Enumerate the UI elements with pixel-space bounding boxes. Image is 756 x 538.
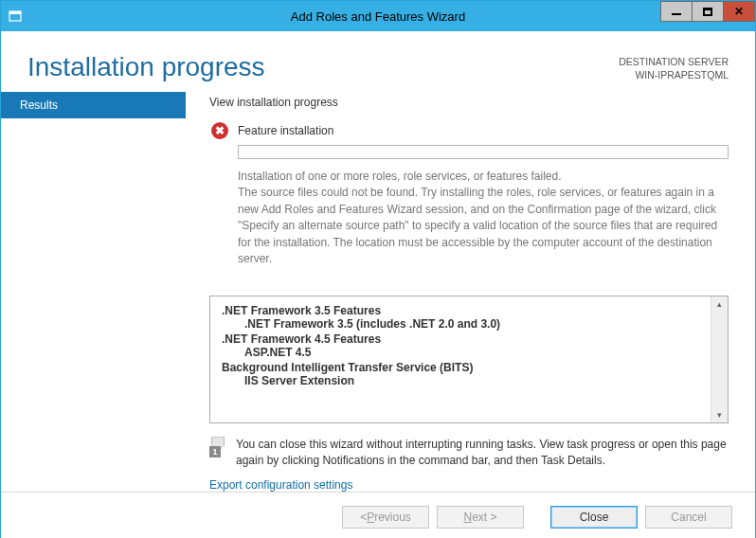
cancel-button: Cancel [645, 506, 732, 529]
scrollbar[interactable]: ▴ ▾ [711, 296, 728, 422]
titlebar: Add Roles and Features Wizard ✕ [1, 1, 755, 31]
feature-group: Background Intelligent Transfer Service … [222, 361, 707, 374]
error-description: Installation of one or more roles, role … [238, 169, 729, 267]
scroll-down-icon[interactable]: ▾ [711, 407, 728, 422]
status-row: ✖ Feature installation [209, 122, 729, 139]
page-title: Installation progress [27, 52, 619, 82]
destination-info: DESTINATION SERVER WIN-IPRAPESTQML [619, 56, 729, 81]
flag-icon: 1 [209, 437, 236, 461]
desc-line1: Installation of one or more roles, role … [238, 170, 562, 183]
window-title: Add Roles and Features Wizard [1, 9, 755, 24]
feature-item: .NET Framework 3.5 (includes .NET 2.0 an… [222, 317, 707, 331]
wizard-footer: < Previous Next > Close Cancel [1, 492, 755, 538]
export-config-link[interactable]: Export configuration settings [209, 478, 729, 492]
wizard-sidebar: Results [1, 92, 190, 492]
feature-group: .NET Framework 4.5 Features [222, 332, 707, 346]
previous-button: < Previous [342, 506, 429, 529]
wizard-body: Results View installation progress ✖ Fea… [1, 92, 755, 492]
destination-server: WIN-IPRAPESTQML [619, 69, 729, 82]
feature-list: .NET Framework 3.5 Features .NET Framewo… [209, 296, 729, 423]
window-controls: ✕ [661, 1, 755, 22]
wizard-main: View installation progress ✖ Feature ins… [190, 92, 755, 492]
feature-item: IIS Server Extension [222, 374, 707, 387]
close-button[interactable]: Close [550, 506, 638, 529]
scroll-track[interactable] [711, 312, 728, 407]
minimize-button[interactable] [660, 1, 693, 22]
feature-group: .NET Framework 3.5 Features [222, 304, 707, 317]
info-note-text: You can close this wizard without interr… [236, 437, 729, 469]
error-icon: ✖ [211, 122, 228, 139]
desc-rest: The source files could not be found. Try… [238, 186, 717, 265]
wizard-header: Installation progress DESTINATION SERVER… [1, 31, 755, 92]
wizard-window: Add Roles and Features Wizard ✕ Installa… [0, 0, 756, 538]
view-progress-label: View installation progress [209, 96, 729, 109]
step-results[interactable]: Results [1, 92, 186, 118]
destination-label: DESTINATION SERVER [619, 56, 729, 69]
info-note: 1 You can close this wizard without inte… [209, 437, 729, 469]
close-window-button[interactable]: ✕ [723, 1, 755, 22]
next-button: Next > [437, 506, 524, 529]
scroll-up-icon[interactable]: ▴ [711, 296, 728, 312]
status-text: Feature installation [238, 124, 333, 137]
client-area: Installation progress DESTINATION SERVER… [1, 31, 755, 538]
progress-bar [238, 145, 729, 159]
maximize-button[interactable] [692, 1, 724, 22]
feature-item: ASP.NET 4.5 [222, 346, 707, 359]
